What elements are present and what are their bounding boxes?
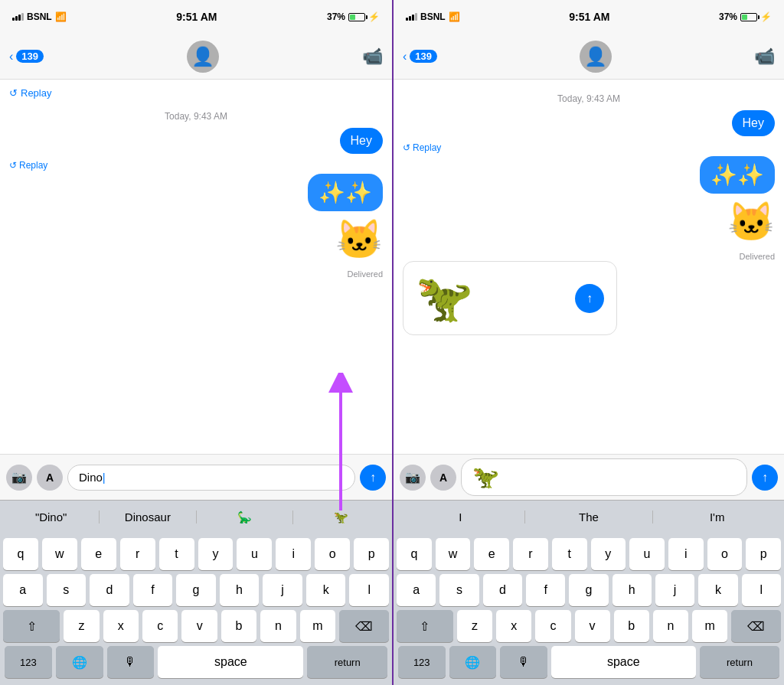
key-x-right[interactable]: x xyxy=(496,610,531,642)
key-p-right[interactable]: p xyxy=(746,538,781,570)
back-badge-right[interactable]: 139 xyxy=(410,50,437,63)
suggestion-i[interactable]: I xyxy=(397,510,525,524)
key-g-left[interactable]: g xyxy=(176,574,216,606)
key-shift-left[interactable]: ⇧ xyxy=(3,610,60,642)
key-s-right[interactable]: s xyxy=(439,574,479,606)
key-y-left[interactable]: y xyxy=(198,538,234,570)
key-w-right[interactable]: w xyxy=(436,538,471,570)
signal-bars xyxy=(12,13,24,21)
key-delete-left[interactable]: ⌫ xyxy=(339,610,389,642)
back-button-right[interactable]: ‹ 139 xyxy=(403,50,437,64)
key-u-left[interactable]: u xyxy=(237,538,272,570)
key-i-left[interactable]: i xyxy=(276,538,311,570)
key-s-left[interactable]: s xyxy=(47,574,87,606)
key-globe-right[interactable]: 🌐 xyxy=(449,646,497,678)
key-t-left[interactable]: t xyxy=(159,538,194,570)
key-l-left[interactable]: l xyxy=(349,574,389,606)
back-badge-left[interactable]: 139 xyxy=(16,50,44,63)
key-j-right[interactable]: j xyxy=(655,574,694,606)
key-space-left[interactable]: space xyxy=(158,646,303,678)
key-u-right[interactable]: u xyxy=(629,538,665,570)
key-b-right[interactable]: b xyxy=(614,610,649,642)
key-v-left[interactable]: v xyxy=(181,610,217,642)
key-t-right[interactable]: t xyxy=(552,538,587,570)
key-numbers-right[interactable]: 123 xyxy=(398,646,446,678)
send-button-right-bar[interactable]: ↑ xyxy=(752,465,778,491)
send-button-left[interactable]: ↑ xyxy=(360,465,386,491)
key-y-right[interactable]: y xyxy=(591,538,626,570)
key-delete-right[interactable]: ⌫ xyxy=(731,610,781,642)
key-k-left[interactable]: k xyxy=(306,574,346,606)
key-globe-left[interactable]: 🌐 xyxy=(56,646,103,678)
key-e-right[interactable]: e xyxy=(474,538,509,570)
replay-under-hey[interactable]: ↺ Replay xyxy=(9,160,383,171)
key-a-left[interactable]: a xyxy=(3,574,43,606)
nav-center-left[interactable]: 👤 xyxy=(187,41,219,73)
key-o-right[interactable]: o xyxy=(707,538,743,570)
key-shift-right[interactable]: ⇧ xyxy=(397,610,453,642)
key-d-right[interactable]: d xyxy=(483,574,522,606)
camera-button-left[interactable]: 📷 xyxy=(6,465,32,491)
suggestion-dinosaur[interactable]: Dinosaur xyxy=(100,510,196,524)
key-c-right[interactable]: c xyxy=(535,610,570,642)
message-input-left[interactable]: Dino xyxy=(67,465,355,491)
key-v-right[interactable]: v xyxy=(575,610,610,642)
key-d-left[interactable]: d xyxy=(90,574,129,606)
replay-link-top-left[interactable]: ↺ Replay xyxy=(9,87,383,99)
message-input-right[interactable]: 🦖 xyxy=(461,458,747,496)
key-x-left[interactable]: x xyxy=(103,610,139,642)
key-l-right[interactable]: l xyxy=(742,574,781,606)
key-numbers-left[interactable]: 123 xyxy=(5,646,52,678)
key-m-left[interactable]: m xyxy=(300,610,335,642)
battery-fill-left xyxy=(350,15,355,20)
messages-area-left: ↺ Replay Today, 9:43 AM Hey ↺ Replay ✨✨ … xyxy=(0,80,392,454)
key-n-right[interactable]: n xyxy=(653,610,688,642)
key-space-right[interactable]: space xyxy=(551,646,696,678)
key-z-right[interactable]: z xyxy=(457,610,492,642)
camera-button-right[interactable]: 📷 xyxy=(400,465,426,491)
video-call-button-right[interactable]: 📹 xyxy=(754,47,775,67)
suggestion-dino-quoted[interactable]: "Dino" xyxy=(3,510,100,524)
key-j-left[interactable]: j xyxy=(263,574,302,606)
key-return-right[interactable]: return xyxy=(700,646,779,678)
suggestion-the[interactable]: The xyxy=(525,510,654,524)
video-call-button-left[interactable]: 📹 xyxy=(362,47,383,67)
key-f-left[interactable]: f xyxy=(133,574,173,606)
key-r-left[interactable]: r xyxy=(120,538,155,570)
key-w-left[interactable]: w xyxy=(42,538,77,570)
key-e-left[interactable]: e xyxy=(81,538,116,570)
key-b-left[interactable]: b xyxy=(221,610,256,642)
replay-under-hey-right[interactable]: ↺ Replay xyxy=(403,142,775,153)
appstore-button-right[interactable]: A xyxy=(430,465,456,491)
suggestion-t-rex[interactable]: 🦖 xyxy=(293,510,389,524)
key-o-left[interactable]: o xyxy=(315,538,350,570)
key-k-right[interactable]: k xyxy=(698,574,737,606)
back-button-left[interactable]: ‹ 139 xyxy=(9,50,44,64)
key-q-left[interactable]: q xyxy=(3,538,38,570)
key-h-left[interactable]: h xyxy=(220,574,260,606)
battery-left xyxy=(348,13,365,21)
key-r-right[interactable]: r xyxy=(513,538,548,570)
nav-center-right[interactable]: 👤 xyxy=(580,41,612,73)
key-q-right[interactable]: q xyxy=(397,538,432,570)
key-a-right[interactable]: a xyxy=(397,574,436,606)
key-c-left[interactable]: c xyxy=(142,610,178,642)
send-button-right[interactable]: ↑ xyxy=(575,284,604,313)
key-z-left[interactable]: z xyxy=(64,610,99,642)
key-f-right[interactable]: f xyxy=(526,574,565,606)
key-return-left[interactable]: return xyxy=(307,646,387,678)
timestamp-left: Today, 9:43 AM xyxy=(9,111,383,122)
suggestion-im[interactable]: I'm xyxy=(653,510,781,524)
suggestion-brontosaurus[interactable]: 🦕 xyxy=(197,510,293,524)
key-i-right[interactable]: i xyxy=(668,538,704,570)
key-mic-left[interactable]: 🎙 xyxy=(107,646,155,678)
key-p-left[interactable]: p xyxy=(354,538,389,570)
key-mic-right[interactable]: 🎙 xyxy=(500,646,547,678)
key-h-right[interactable]: h xyxy=(612,574,652,606)
status-right-right: 37% ⚡ xyxy=(719,11,772,22)
appstore-button-left[interactable]: A xyxy=(37,465,63,491)
key-g-right[interactable]: g xyxy=(569,574,608,606)
time-right: 9:51 AM xyxy=(569,11,609,23)
key-n-left[interactable]: n xyxy=(260,610,296,642)
key-m-right[interactable]: m xyxy=(692,610,727,642)
